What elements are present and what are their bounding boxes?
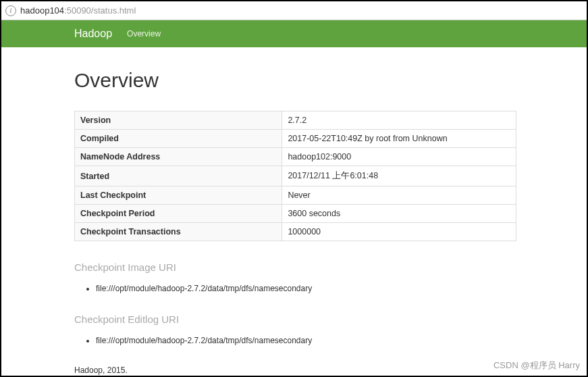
summary-table: Version 2.7.2 Compiled 2017-05-22T10:49Z… — [74, 111, 516, 241]
table-row: Checkpoint Period 3600 seconds — [75, 205, 516, 223]
summary-label: Version — [75, 111, 282, 130]
navbar: Hadoop Overview — [1, 20, 587, 47]
footer-text: Hadoop, 2015. — [74, 366, 516, 375]
list-item: file:///opt/module/hadoop-2.7.2/data/tmp… — [96, 334, 516, 347]
url-host: hadoop104 — [20, 5, 64, 16]
summary-label: Started — [75, 166, 282, 186]
summary-label: Checkpoint Period — [75, 205, 282, 223]
summary-value: 2017/12/11 上午6:01:48 — [282, 166, 516, 186]
summary-label: NameNode Address — [75, 148, 282, 166]
image-uri-list: file:///opt/module/hadoop-2.7.2/data/tmp… — [96, 282, 516, 295]
table-row: Started 2017/12/11 上午6:01:48 — [75, 166, 516, 186]
table-row: Version 2.7.2 — [75, 111, 516, 130]
summary-label: Compiled — [75, 130, 282, 148]
table-row: Compiled 2017-05-22T10:49Z by root from … — [75, 130, 516, 148]
editlog-uri-list: file:///opt/module/hadoop-2.7.2/data/tmp… — [96, 334, 516, 347]
url-text: hadoop104:50090/status.html — [20, 5, 136, 16]
section-title-image-uri: Checkpoint Image URI — [74, 261, 516, 273]
summary-label: Checkpoint Transactions — [75, 223, 282, 241]
main-container: Overview Version 2.7.2 Compiled 2017-05-… — [74, 47, 516, 375]
nav-item-overview[interactable]: Overview — [127, 29, 161, 39]
table-row: Checkpoint Transactions 1000000 — [75, 223, 516, 241]
summary-value: 1000000 — [282, 223, 516, 241]
summary-value: 2.7.2 — [282, 111, 516, 130]
page-title: Overview — [74, 69, 516, 92]
browser-urlbar[interactable]: i hadoop104:50090/status.html — [1, 1, 587, 20]
info-icon: i — [5, 5, 16, 16]
section-title-editlog-uri: Checkpoint Editlog URI — [74, 313, 516, 325]
table-row: NameNode Address hadoop102:9000 — [75, 148, 516, 166]
summary-value: Never — [282, 186, 516, 205]
watermark: CSDN @程序员 Harry — [493, 359, 580, 372]
summary-value: 2017-05-22T10:49Z by root from Unknown — [282, 130, 516, 148]
summary-value: 3600 seconds — [282, 205, 516, 223]
list-item: file:///opt/module/hadoop-2.7.2/data/tmp… — [96, 282, 516, 295]
navbar-brand[interactable]: Hadoop — [74, 28, 112, 40]
table-row: Last Checkpoint Never — [75, 186, 516, 205]
summary-label: Last Checkpoint — [75, 186, 282, 205]
url-rest: :50090/status.html — [64, 5, 136, 16]
summary-value: hadoop102:9000 — [282, 148, 516, 166]
